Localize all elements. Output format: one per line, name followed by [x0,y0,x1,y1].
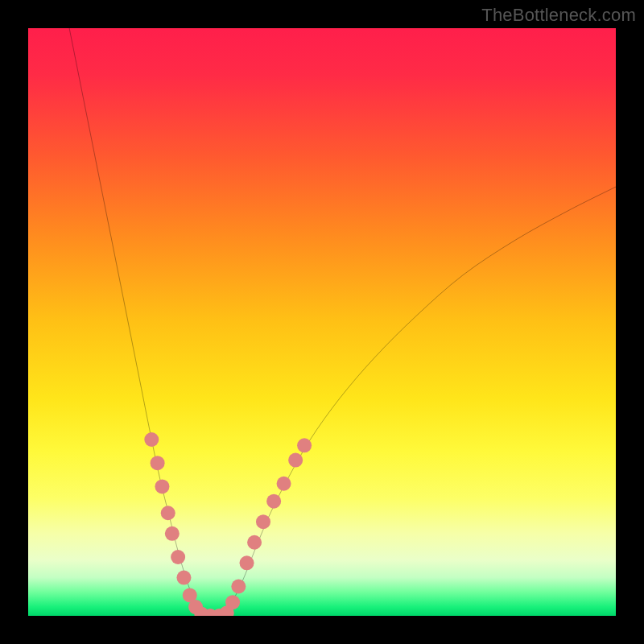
data-marker [155,479,169,493]
data-marker [288,453,303,468]
data-marker [171,550,185,564]
data-marker [151,456,165,470]
curve-left-curve [69,28,204,616]
data-marker [256,514,270,529]
chart-curves [28,28,616,616]
data-marker [165,526,180,541]
data-marker [240,555,254,570]
data-marker [225,595,240,609]
data-marker [231,580,246,594]
data-marker [144,432,159,447]
watermark-text: TheBottleneck.com [481,5,636,26]
data-marker [277,477,291,491]
data-marker [297,438,312,452]
chart-frame: TheBottleneck.com [0,0,644,644]
data-marker [247,535,262,550]
data-marker [176,571,191,585]
data-marker [161,506,175,520]
data-marker [266,494,281,509]
plot-area [28,28,616,616]
curve-right-curve [222,187,616,616]
